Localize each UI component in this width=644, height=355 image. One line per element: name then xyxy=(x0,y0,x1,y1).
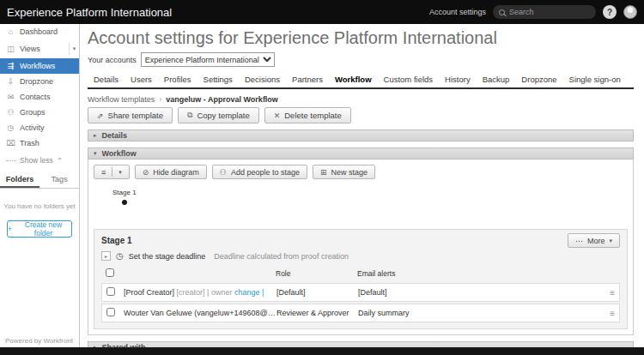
tab-partners[interactable]: Partners xyxy=(286,72,329,87)
account-settings-link[interactable]: Account settings xyxy=(429,8,486,16)
stage-list-dropdown[interactable]: ≡ ▾ xyxy=(94,165,130,179)
share-template-button[interactable]: ⇗ Share template xyxy=(88,107,173,123)
tab-history[interactable]: History xyxy=(439,72,477,87)
tab-details[interactable]: Details xyxy=(88,72,125,87)
stage-expander[interactable]: ▸ xyxy=(101,251,111,261)
column-email-alerts: Email alerts xyxy=(357,269,598,278)
dashboard-icon: ⌂ xyxy=(6,27,15,36)
row-menu-icon[interactable]: ≡ xyxy=(610,309,615,318)
share-icon: ⇗ xyxy=(97,111,104,120)
stage-deadline-row: ▸ ◷ Set the stage deadline Deadline calc… xyxy=(94,250,627,267)
delete-template-button[interactable]: ✕ Delete template xyxy=(264,107,351,123)
breadcrumb-separator: › xyxy=(159,95,161,104)
powered-by: Powered by Workfront xyxy=(5,337,73,345)
search-input[interactable] xyxy=(509,8,586,16)
sidebar-item-activity[interactable]: ◷ Activity xyxy=(0,120,79,135)
add-people-to-stage-button[interactable]: ⚇ Add people to stage xyxy=(212,165,307,179)
tab-decisions[interactable]: Decisions xyxy=(239,72,286,87)
tab-custom-fields[interactable]: Custom fields xyxy=(378,72,440,87)
column-role: Role xyxy=(276,269,357,278)
sidebar-item-contacts[interactable]: ✉ Contacts xyxy=(0,89,79,105)
hide-diagram-icon: ⊘ xyxy=(143,168,149,177)
section-workflow[interactable]: ▾ Workflow xyxy=(88,147,634,159)
table-row: Wouter Van Geluwe (vangeluw+149608@adobe… xyxy=(101,304,620,322)
tab-settings[interactable]: Settings xyxy=(197,72,239,87)
add-people-label: Add people to stage xyxy=(231,168,300,177)
hide-diagram-button[interactable]: ⊘ Hide diagram xyxy=(135,165,207,179)
set-deadline-link[interactable]: Set the stage deadline xyxy=(129,252,206,261)
workflows-icon: ⇶ xyxy=(6,62,15,70)
settings-tabstrip: Details Users Profiles Settings Decision… xyxy=(88,72,634,89)
row-checkbox[interactable] xyxy=(106,287,115,296)
tab-single-sign-on[interactable]: Single sign-on xyxy=(563,72,627,87)
new-stage-button[interactable]: ⊞ New stage xyxy=(313,165,375,179)
sidebar-item-trash[interactable]: ⌧ Trash xyxy=(0,135,79,151)
sidebar-item-label: Contacts xyxy=(20,93,51,101)
section-title: Workflow xyxy=(102,149,137,158)
stage-more-button[interactable]: ⋯ More ▾ xyxy=(568,233,620,248)
tab-dropzone[interactable]: Dropzone xyxy=(515,72,562,87)
sidebar-item-workflows[interactable]: ⇶ Workflows xyxy=(0,58,79,74)
accounts-select[interactable]: Experience Platform International xyxy=(141,52,275,67)
sidebar-item-views[interactable]: ◫ Views ▾ xyxy=(0,39,79,58)
views-dropdown-toggle[interactable]: ▾ xyxy=(69,43,79,55)
add-people-icon: ⚇ xyxy=(220,168,227,177)
chevron-up-icon: ⌃ xyxy=(57,156,63,165)
new-stage-icon: ⊞ xyxy=(320,168,327,177)
avatar[interactable] xyxy=(623,5,637,19)
stage-header: Stage 1 ⋯ More ▾ xyxy=(94,230,627,250)
trash-icon: ✕ xyxy=(274,111,281,120)
sidebar-tabs: Folders Tags xyxy=(0,171,79,189)
chevron-right-icon: ▸ xyxy=(94,132,97,139)
change-link[interactable]: change | xyxy=(234,288,264,297)
copy-template-button[interactable]: ⧉ Copy template xyxy=(178,107,259,123)
member-meta: [creator] | owner xyxy=(177,288,233,297)
tab-profiles[interactable]: Profiles xyxy=(158,72,197,87)
activity-icon: ◷ xyxy=(6,123,15,132)
diagram-stage-label: Stage 1 xyxy=(112,189,137,196)
diagram-stage-node[interactable]: Stage 1 xyxy=(112,189,137,205)
workflow-diagram: Stage 1 xyxy=(94,183,628,222)
workflow-toolbar: ≡ ▾ ⊘ Hide diagram ⚇ Add people to stage… xyxy=(94,165,628,179)
show-less-label: Show less xyxy=(20,156,53,165)
section-shared-with[interactable]: ▸ Shared with xyxy=(88,341,634,347)
copy-icon: ⧉ xyxy=(187,111,192,120)
more-icon: ⋯ xyxy=(575,237,583,245)
member-email-alerts: [Default] xyxy=(358,288,598,297)
tab-folders[interactable]: Folders xyxy=(0,171,39,188)
sidebar-item-label: Trash xyxy=(20,139,39,147)
search-icon xyxy=(499,9,505,15)
sidebar-item-label: Activity xyxy=(20,123,45,132)
create-folder-button[interactable]: + Create new folder xyxy=(7,220,72,238)
workflow-panel: ≡ ▾ ⊘ Hide diagram ⚇ Add people to stage… xyxy=(88,159,634,335)
show-less-toggle[interactable]: Show less ⌃ xyxy=(0,151,79,170)
template-actions: ⇗ Share template ⧉ Copy template ✕ Delet… xyxy=(88,107,634,123)
tab-workflow[interactable]: Workflow xyxy=(329,72,378,87)
table-header-row: Role Email alerts xyxy=(101,267,620,281)
breadcrumb-parent-link[interactable]: Workflow templates xyxy=(88,95,155,104)
divider xyxy=(6,160,16,161)
table-row: [Proof Creator] [creator] | owner change… xyxy=(101,283,620,302)
copy-template-label: Copy template xyxy=(197,111,249,120)
help-button[interactable]: ? xyxy=(603,5,617,19)
dropzone-icon: ⇩ xyxy=(6,77,15,86)
more-label: More xyxy=(587,237,605,245)
section-details[interactable]: ▸ Details xyxy=(88,129,634,141)
plus-icon: + xyxy=(8,225,12,233)
section-title: Details xyxy=(102,131,128,140)
select-all-checkbox[interactable] xyxy=(106,268,114,277)
sidebar-item-dropzone[interactable]: ⇩ Dropzone xyxy=(0,74,79,89)
trash-icon: ⌧ xyxy=(6,139,15,147)
sidebar-item-dashboard[interactable]: ⌂ Dashboard xyxy=(0,24,79,39)
tab-backup[interactable]: Backup xyxy=(477,72,516,87)
stage-members-table: Role Email alerts [Proof Creator] [creat… xyxy=(101,267,620,322)
sidebar-item-groups[interactable]: ⚇ Groups xyxy=(0,105,79,120)
tab-tags[interactable]: Tags xyxy=(39,171,79,188)
search-box[interactable] xyxy=(493,5,596,19)
deadline-clock-icon: ◷ xyxy=(116,251,124,261)
row-menu-icon[interactable]: ≡ xyxy=(610,288,615,298)
chevron-down-icon: ▾ xyxy=(94,150,97,157)
member-email-alerts: Daily summary xyxy=(358,309,598,317)
row-checkbox[interactable] xyxy=(106,308,115,316)
tab-users[interactable]: Users xyxy=(125,72,158,87)
